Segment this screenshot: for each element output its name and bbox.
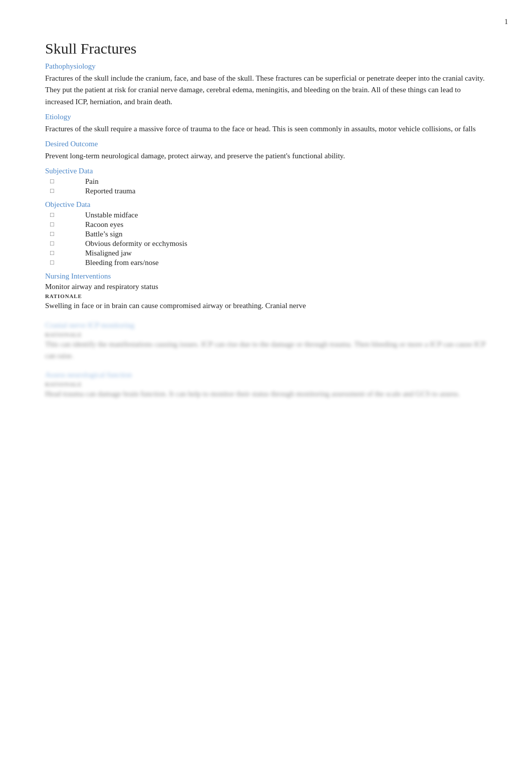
blurred-heading-3: Assess neurological function: [45, 371, 487, 379]
list-item: □ Unstable midface: [45, 211, 487, 219]
blurred-intervention-2: Cranial nerve ICP monitoring RATIONALE T…: [45, 321, 487, 362]
subjective-item-2: Reported trauma: [85, 187, 487, 195]
nursing-interventions-section: Nursing Interventions Monitor airway and…: [45, 272, 487, 400]
etiology-section: Etiology Fractures of the skull require …: [45, 113, 487, 135]
bullet-icon: □: [45, 258, 85, 267]
rationale-label-1: RATIONALE: [45, 293, 487, 299]
page-number: 1: [504, 18, 508, 26]
list-item: □ Reported trauma: [45, 187, 487, 195]
etiology-text: Fractures of the skull require a massive…: [45, 123, 487, 135]
bullet-icon: □: [45, 230, 85, 238]
objective-data-heading: Objective Data: [45, 200, 487, 209]
objective-item-3: Battle’s sign: [85, 230, 487, 238]
pathophysiology-heading: Pathophysiology: [45, 62, 487, 71]
objective-item-6: Bleeding from ears/nose: [85, 258, 487, 267]
objective-item-5: Misaligned jaw: [85, 249, 487, 257]
subjective-item-1: Pain: [85, 177, 487, 186]
blurred-text-2: This can identify the manifestations cau…: [45, 339, 487, 362]
bullet-icon: □: [45, 249, 85, 257]
subjective-data-section: Subjective Data □ Pain □ Reported trauma: [45, 167, 487, 195]
page-title: Skull Fractures: [45, 40, 487, 57]
bullet-icon: □: [45, 211, 85, 219]
blurred-heading-2: Cranial nerve ICP monitoring: [45, 321, 487, 330]
blurred-rationale-label-3: RATIONALE: [45, 381, 487, 387]
etiology-heading: Etiology: [45, 113, 487, 121]
list-item: □ Racoon eyes: [45, 220, 487, 229]
bullet-icon: □: [45, 220, 85, 228]
list-item: □ Misaligned jaw: [45, 249, 487, 257]
objective-item-1: Unstable midface: [85, 211, 487, 219]
blurred-rationale-label-2: RATIONALE: [45, 332, 487, 338]
pathophysiology-section: Pathophysiology Fractures of the skull i…: [45, 62, 487, 108]
desired-outcome-text: Prevent long-term neurological damage, p…: [45, 150, 487, 162]
bullet-icon: □: [45, 177, 85, 185]
pathophysiology-text: Fractures of the skull include the crani…: [45, 73, 487, 108]
objective-item-4: Obvious deformity or ecchymosis: [85, 239, 487, 248]
subjective-data-heading: Subjective Data: [45, 167, 487, 175]
objective-item-2: Racoon eyes: [85, 220, 487, 229]
list-item: □ Battle’s sign: [45, 230, 487, 238]
nursing-interventions-heading: Nursing Interventions: [45, 272, 487, 281]
bullet-icon: □: [45, 239, 85, 247]
blurred-intervention-3: Assess neurological function RATIONALE H…: [45, 371, 487, 400]
rationale-1-text: Swelling in face or in brain can cause c…: [45, 300, 487, 312]
list-item: □ Obvious deformity or ecchymosis: [45, 239, 487, 248]
desired-outcome-section: Desired Outcome Prevent long-term neurol…: [45, 140, 487, 162]
list-item: □ Pain: [45, 177, 487, 186]
list-item: □ Bleeding from ears/nose: [45, 258, 487, 267]
objective-data-section: Objective Data □ Unstable midface □ Raco…: [45, 200, 487, 267]
intervention-1-text: Monitor airway and respiratory status: [45, 283, 487, 291]
desired-outcome-heading: Desired Outcome: [45, 140, 487, 148]
intervention-1: Monitor airway and respiratory status RA…: [45, 283, 487, 312]
bullet-icon: □: [45, 187, 85, 195]
blurred-text-3: Head trauma can damage brain function. I…: [45, 388, 487, 400]
